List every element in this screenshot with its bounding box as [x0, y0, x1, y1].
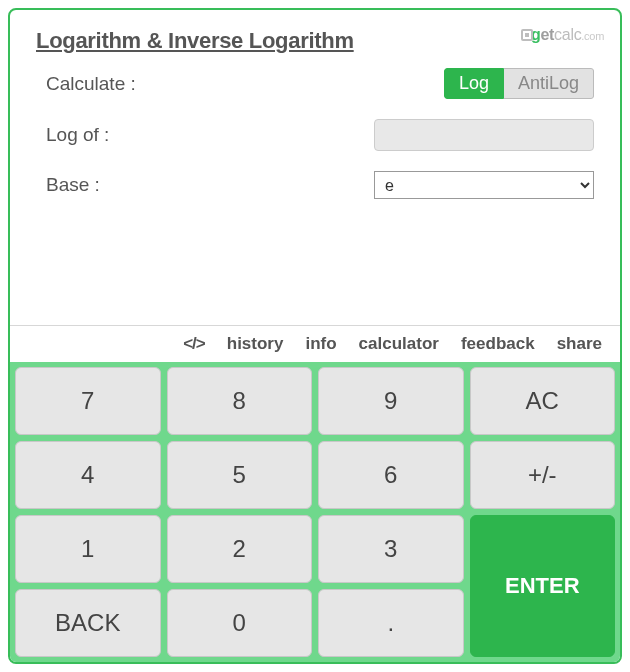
page-title: Logarithm & Inverse Logarithm	[36, 28, 594, 54]
key-plusminus[interactable]: +/-	[470, 441, 616, 509]
key-6[interactable]: 6	[318, 441, 464, 509]
tab-share[interactable]: share	[557, 334, 602, 354]
tab-feedback[interactable]: feedback	[461, 334, 535, 354]
brand-icon	[521, 29, 533, 41]
tab-history[interactable]: history	[227, 334, 284, 354]
calculator-widget: getcalc.com Logarithm & Inverse Logarith…	[8, 8, 622, 664]
antilog-button[interactable]: AntiLog	[504, 68, 594, 99]
key-2[interactable]: 2	[167, 515, 313, 583]
key-4[interactable]: 4	[15, 441, 161, 509]
tab-calculator[interactable]: calculator	[359, 334, 439, 354]
key-enter[interactable]: ENTER	[470, 515, 616, 657]
tab-embed[interactable]: </>	[183, 334, 205, 354]
logof-label: Log of :	[36, 124, 336, 146]
calculate-label: Calculate :	[36, 73, 336, 95]
key-5[interactable]: 5	[167, 441, 313, 509]
config-panel: getcalc.com Logarithm & Inverse Logarith…	[10, 10, 620, 325]
brand-logo: getcalc.com	[521, 26, 604, 44]
key-3[interactable]: 3	[318, 515, 464, 583]
key-dot[interactable]: .	[318, 589, 464, 657]
tab-bar: </> history info calculator feedback sha…	[10, 325, 620, 362]
key-9[interactable]: 9	[318, 367, 464, 435]
key-8[interactable]: 8	[167, 367, 313, 435]
key-7[interactable]: 7	[15, 367, 161, 435]
base-label: Base :	[36, 174, 336, 196]
key-1[interactable]: 1	[15, 515, 161, 583]
row-logof: Log of :	[36, 119, 594, 151]
log-button[interactable]: Log	[444, 68, 504, 99]
base-select[interactable]: e	[374, 171, 594, 199]
key-back[interactable]: BACK	[15, 589, 161, 657]
key-ac[interactable]: AC	[470, 367, 616, 435]
logof-input[interactable]	[374, 119, 594, 151]
row-base: Base : e	[36, 171, 594, 199]
keypad: 7 8 9 AC 4 5 6 +/- 1 2 3 ENTER BACK 0 .	[10, 362, 620, 662]
mode-toggle: Log AntiLog	[444, 68, 594, 99]
key-0[interactable]: 0	[167, 589, 313, 657]
tab-info[interactable]: info	[305, 334, 336, 354]
row-calculate: Calculate : Log AntiLog	[36, 68, 594, 99]
